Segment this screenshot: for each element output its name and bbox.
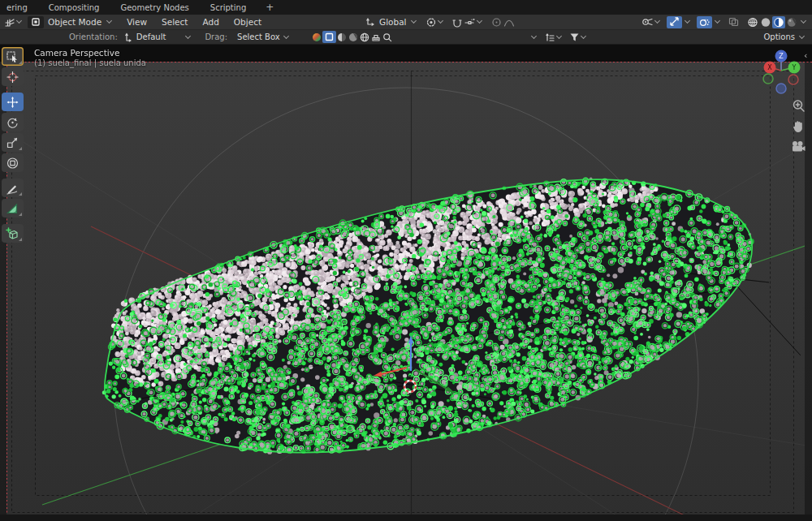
tool-cursor[interactable] <box>2 67 24 86</box>
tool-select-box[interactable] <box>2 47 24 66</box>
tool-annotate[interactable] <box>2 179 24 197</box>
shading-wireframe-button[interactable] <box>746 16 759 28</box>
orientation-value-chevron[interactable] <box>185 34 192 41</box>
gizmo-y-label: Y <box>792 64 797 71</box>
tool-rotate[interactable] <box>2 113 24 131</box>
shading-chevron[interactable] <box>801 19 807 25</box>
shading-solid-button[interactable] <box>759 16 772 28</box>
gizmo-z-label: Z <box>779 53 784 60</box>
tool-transform[interactable] <box>2 153 24 172</box>
options-chevron[interactable] <box>799 34 806 41</box>
viewport-toolbar <box>2 47 24 243</box>
camera-view-icon[interactable] <box>790 138 806 154</box>
shaded-sphere-icon[interactable] <box>348 31 359 43</box>
topbar: ering Compositing Geometry Nodes Scripti… <box>0 0 812 15</box>
workspace-tab-rendering[interactable]: ering <box>2 2 32 14</box>
drag-dropdown[interactable]: Select Box <box>237 32 280 41</box>
gizmo-minus-z-ball <box>776 84 786 93</box>
gizmo-minus-x-ball <box>788 75 798 84</box>
active-object-label: (1) suela_final | suela unida <box>34 58 146 67</box>
snap-chevron[interactable] <box>477 19 483 25</box>
proportional-falloff-icon[interactable] <box>503 16 516 28</box>
drag-label: Drag: <box>205 32 227 41</box>
overlays-chevron[interactable] <box>715 19 721 25</box>
snap-target-icon[interactable] <box>463 16 477 28</box>
zoom-icon[interactable] <box>790 97 806 114</box>
filter-chevron[interactable] <box>581 34 587 41</box>
shading-material-button[interactable] <box>772 16 785 28</box>
visibility-chevron[interactable] <box>654 19 661 25</box>
orientation-label: Orientation: <box>69 32 118 41</box>
options-dropdown[interactable]: Options <box>763 32 795 41</box>
gizmo-minus-y-ball <box>763 74 773 84</box>
orientation-axis-icon <box>122 31 133 43</box>
transform-orientation-icon <box>365 16 377 28</box>
mode-selector[interactable]: Object Mode <box>48 17 102 27</box>
show-overlays-toggle[interactable] <box>697 16 712 28</box>
menu-object[interactable]: Object <box>227 17 269 27</box>
workspace-tab-scripting[interactable]: Scripting <box>205 2 251 14</box>
gizmo-x-label: X <box>767 64 772 71</box>
workspace-tab-compositing[interactable]: Compositing <box>44 2 105 14</box>
viewport-nav-buttons <box>790 97 806 154</box>
snap-magnet-icon[interactable] <box>451 16 463 28</box>
show-gizmo-toggle[interactable] <box>667 16 682 28</box>
tool-add-primitive[interactable] <box>2 224 24 243</box>
pan-hand-icon[interactable] <box>790 118 806 134</box>
material-sphere-icon[interactable] <box>311 31 322 43</box>
tool-measure[interactable] <box>2 199 24 217</box>
xray-toggle[interactable] <box>728 16 740 28</box>
matcap-sphere-icon[interactable] <box>336 31 348 43</box>
drag-chevron[interactable] <box>283 34 290 41</box>
sort-chevron[interactable] <box>556 34 563 41</box>
view-name-label: Camera Perspective <box>34 48 119 58</box>
viewport-canvas[interactable] <box>0 0 812 521</box>
tool-settings-bar: Orientation: Default Drag: Select Box Op… <box>0 30 812 45</box>
globe-icon[interactable] <box>359 31 370 43</box>
navigation-gizmo[interactable]: X Y Z <box>754 44 807 97</box>
tool-move[interactable] <box>2 93 24 111</box>
texture-mode-icon[interactable] <box>322 31 336 43</box>
sidebar-toggle-icon[interactable]: ‹ <box>804 50 807 61</box>
orientation-dropdown[interactable]: Default <box>136 32 166 41</box>
workspace-tab-geometry-nodes[interactable]: Geometry Nodes <box>115 2 193 14</box>
menu-view[interactable]: View <box>119 17 154 27</box>
sort-list-icon[interactable] <box>544 31 556 43</box>
tool-scale[interactable] <box>2 133 24 152</box>
add-workspace-button[interactable]: + <box>262 2 277 13</box>
editor-type-icon[interactable] <box>3 16 16 28</box>
menu-select[interactable]: Select <box>154 17 195 27</box>
stamp-icon[interactable] <box>370 31 382 43</box>
filter-funnel-icon[interactable] <box>568 31 581 43</box>
object-visibility-icon[interactable] <box>641 16 654 28</box>
proportional-edit-icon[interactable] <box>490 16 503 28</box>
shading-rendered-button[interactable] <box>785 16 798 28</box>
transform-orientation-selector[interactable]: Global <box>379 17 407 27</box>
object-mode-icon <box>28 16 44 28</box>
pivot-chevron[interactable] <box>438 19 444 25</box>
menu-add[interactable]: Add <box>195 17 226 27</box>
gizmo-chevron[interactable] <box>685 19 691 25</box>
mode-chevron[interactable] <box>106 19 113 25</box>
blender-window: { "topbar": { "tabs": [ {"label": "ering… <box>0 0 812 521</box>
search-icon[interactable] <box>382 31 393 43</box>
viewport-header: Object Mode View Select Add Object Globa… <box>0 15 812 30</box>
collapsed-section-chevron[interactable] <box>531 34 538 41</box>
pivot-point-icon[interactable] <box>425 16 438 28</box>
orientation-chevron[interactable] <box>411 19 417 25</box>
editor-type-chevron[interactable] <box>16 19 23 25</box>
